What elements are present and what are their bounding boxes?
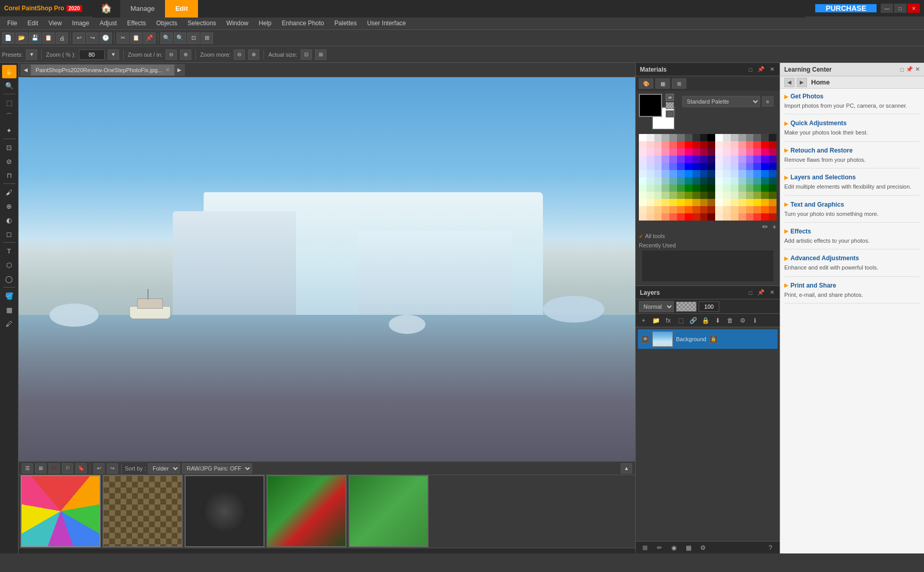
color-cell-2-5[interactable] [677,148,685,156]
edit-tab[interactable]: Edit [165,0,199,18]
color-cell-1-8[interactable] [700,141,708,148]
color-cell-10-11[interactable] [723,206,731,213]
lc-pin-btn[interactable]: 📌 [906,66,913,73]
color-cell-1-4[interactable] [669,141,677,148]
color-cell-8-0[interactable] [639,192,647,199]
layer-lock-icon[interactable]: 🔒 [710,335,718,343]
color-cell-10-12[interactable] [731,206,738,213]
color-cell-4-7[interactable] [692,163,700,170]
color-cell-4-5[interactable] [677,163,685,170]
color-cell-0-8[interactable] [700,134,708,141]
color-cell-9-8[interactable] [700,199,708,206]
color-cell-11-17[interactable] [769,213,777,221]
layer-delete-btn[interactable]: 🗑 [724,315,736,326]
foreground-color-box[interactable] [639,94,662,117]
thumb-3[interactable] [185,475,265,547]
palette-dropdown[interactable]: Standard Palette Custom Palette [682,96,760,107]
color-cell-8-13[interactable] [738,192,746,199]
layer-fx-btn[interactable]: fx [663,315,674,326]
copy-button[interactable]: 📋 [130,32,142,44]
color-cell-8-9[interactable] [707,192,715,199]
color-cell-11-13[interactable] [738,213,746,221]
color-cell-3-16[interactable] [761,156,769,163]
org-collapse[interactable]: ▲ [621,463,632,474]
zoom-in-btn[interactable]: 🔍 [174,32,186,44]
color-cell-3-5[interactable] [677,156,685,163]
magic-wand-tool[interactable]: ✦ [2,124,16,137]
color-cell-11-2[interactable] [654,213,662,221]
color-cell-10-16[interactable] [761,206,769,213]
color-cell-2-16[interactable] [761,148,769,156]
color-cell-6-1[interactable] [647,177,654,184]
color-cell-10-4[interactable] [669,206,677,213]
lc-section-header-6[interactable]: ▶Advanced Adjustments [784,255,920,262]
color-cell-3-2[interactable] [654,156,662,163]
color-cell-10-17[interactable] [769,206,777,213]
color-cell-7-3[interactable] [662,184,669,192]
paint-brush[interactable]: 🖌 [2,186,16,199]
status-btn-2[interactable]: ✏ [654,543,665,552]
color-cell-5-4[interactable] [669,170,677,177]
color-cell-9-10[interactable] [715,199,723,206]
blend-mode-select[interactable]: Normal Multiply Screen Overlay [639,301,674,312]
color-cell-9-9[interactable] [707,199,715,206]
color-cell-8-5[interactable] [677,192,685,199]
fit-btn[interactable]: ⊞ [315,49,326,60]
menu-palettes[interactable]: Palettes [329,19,362,28]
thumb-1[interactable] [21,475,101,547]
org-undo[interactable]: ↩ [93,463,105,474]
color-cell-0-9[interactable] [707,134,715,141]
color-cell-3-17[interactable] [769,156,777,163]
pan-tool[interactable]: ✋ [2,65,16,78]
color-cell-4-15[interactable] [753,163,761,170]
color-cell-7-5[interactable] [677,184,685,192]
color-cell-9-16[interactable] [761,199,769,206]
menu-enhance-photo[interactable]: Enhance Photo [276,19,329,28]
text-tool[interactable]: T [2,244,16,258]
color-cell-2-17[interactable] [769,148,777,156]
color-cell-11-15[interactable] [753,213,761,221]
color-cell-9-12[interactable] [731,199,738,206]
maximize-button[interactable]: □ [894,4,906,13]
clone-brush[interactable]: ⊕ [2,199,16,213]
color-cell-5-11[interactable] [723,170,731,177]
color-cell-4-10[interactable] [715,163,723,170]
color-cell-7-12[interactable] [731,184,738,192]
color-cell-0-7[interactable] [692,134,700,141]
purchase-button[interactable]: PURCHASE [815,4,877,12]
layer-visibility-btn[interactable]: 👁 [641,335,649,343]
color-cell-11-4[interactable] [669,213,677,221]
color-cell-8-3[interactable] [662,192,669,199]
gradient-tool[interactable]: ▦ [2,303,16,316]
org-tag-btn[interactable]: 🔖 [75,463,87,474]
color-cell-11-5[interactable] [677,213,685,221]
color-cell-6-12[interactable] [731,177,738,184]
color-cell-7-9[interactable] [707,184,715,192]
color-cell-5-10[interactable] [715,170,723,177]
color-cell-11-9[interactable] [707,213,715,221]
color-cell-10-3[interactable] [662,206,669,213]
save-as-button[interactable]: 📋 [42,32,55,44]
color-cell-11-10[interactable] [715,213,723,221]
color-cell-7-15[interactable] [753,184,761,192]
color-cell-6-7[interactable] [692,177,700,184]
color-cell-5-6[interactable] [685,170,692,177]
color-cell-6-17[interactable] [769,177,777,184]
undo-button[interactable]: ↩ [73,32,85,44]
zoom-more-plus[interactable]: ⊕ [248,49,259,60]
color-cell-9-3[interactable] [662,199,669,206]
color-cell-4-16[interactable] [761,163,769,170]
color-cell-10-10[interactable] [715,206,723,213]
color-cell-0-5[interactable] [677,134,685,141]
color-cell-1-17[interactable] [769,141,777,148]
minimize-button[interactable]: — [881,4,893,13]
lc-back-btn[interactable]: ◀ [784,78,795,87]
color-cell-4-13[interactable] [738,163,746,170]
color-cell-9-13[interactable] [738,199,746,206]
color-cell-9-15[interactable] [753,199,761,206]
color-cell-11-6[interactable] [685,213,692,221]
color-cell-10-6[interactable] [685,206,692,213]
color-cell-5-14[interactable] [746,170,754,177]
color-cell-7-7[interactable] [692,184,700,192]
fill-tool[interactable]: 🪣 [2,289,16,302]
